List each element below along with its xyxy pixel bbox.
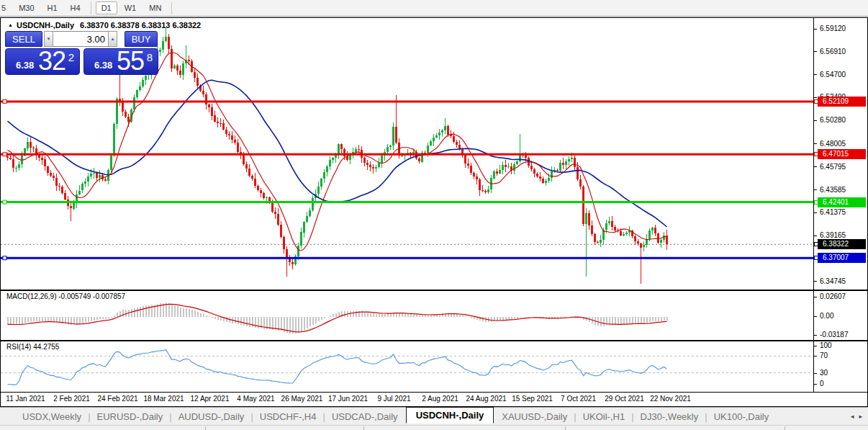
sell-price-pip: 2 bbox=[68, 51, 74, 63]
axis-tick-mark bbox=[814, 335, 817, 336]
volume-input[interactable] bbox=[53, 31, 108, 47]
timeframe-5[interactable]: 5 bbox=[0, 1, 12, 14]
price-tick: 6.56910 bbox=[820, 48, 846, 56]
rsi-canvas[interactable] bbox=[1, 341, 813, 392]
chevron-up-icon: ▴ bbox=[112, 36, 114, 42]
tab-scroll-left-icon[interactable]: ◂ bbox=[851, 413, 854, 420]
ma-fast-line[interactable] bbox=[8, 53, 667, 251]
toolbar-separator bbox=[91, 2, 91, 14]
line-handle-icon[interactable] bbox=[3, 99, 6, 103]
date-axis[interactable]: 11 Jan 20212 Feb 202124 Feb 202118 Mar 2… bbox=[1, 393, 867, 406]
timeframe-w1[interactable]: W1 bbox=[119, 1, 143, 14]
date-tick-label: 29 Oct 2021 bbox=[605, 395, 643, 403]
line-handle-icon[interactable] bbox=[814, 242, 818, 246]
date-tick-label: 12 Apr 2021 bbox=[191, 395, 230, 403]
line-handle-icon[interactable] bbox=[3, 200, 6, 204]
timeframe-h1[interactable]: H1 bbox=[42, 1, 63, 14]
symbol-tab-bar: USDX,Weekly|EURUSD-,Daily|AUDUSD-,Daily|… bbox=[0, 407, 868, 425]
volume-increase-button[interactable]: ▴ bbox=[108, 31, 117, 47]
macd-axis[interactable]: 0.026070.00-0.03187 bbox=[813, 291, 867, 340]
axis-tick-mark bbox=[814, 356, 817, 357]
tab-separator: | bbox=[323, 411, 325, 422]
date-tick-label: 26 May 2021 bbox=[281, 395, 323, 403]
buy-price-big: 55 bbox=[117, 46, 144, 76]
price-level-label: 6.52109 bbox=[818, 97, 866, 107]
timeframe-mn[interactable]: MN bbox=[143, 1, 167, 14]
line-handle-icon[interactable] bbox=[814, 99, 818, 104]
line-handle-icon[interactable] bbox=[3, 153, 6, 156]
tab-scroll-right-icon[interactable]: ▸ bbox=[859, 413, 862, 420]
tab-scroll-buttons: ◂▸ bbox=[846, 413, 862, 420]
tab-dj30-weekly[interactable]: DJ30-,Weekly bbox=[636, 410, 704, 424]
chevron-down-icon: ▾ bbox=[48, 36, 50, 42]
toolbar-separator bbox=[171, 2, 172, 14]
tab-audusd-daily[interactable]: AUDUSD-,Daily bbox=[173, 410, 250, 424]
date-tick-label: 18 Mar 2021 bbox=[143, 395, 184, 403]
sell-button[interactable]: SELL bbox=[5, 31, 42, 47]
chart-title: ▲USDCNH-,Daily6.38370 6.38378 6.38313 6.… bbox=[8, 21, 201, 30]
ohlc-values: 6.38370 6.38378 6.38313 6.38322 bbox=[80, 21, 201, 30]
timeframe-toolbar: 5M30H1H4D1W1MN bbox=[0, 0, 868, 17]
axis-tick-mark bbox=[814, 51, 817, 52]
axis-tick-mark bbox=[814, 74, 817, 75]
tab-eurusd-daily[interactable]: EURUSD-,Daily bbox=[92, 410, 168, 424]
tab-separator: | bbox=[250, 411, 253, 422]
macd-axis-value: 0.02607 bbox=[820, 292, 846, 301]
axis-tick-mark bbox=[814, 189, 817, 190]
price-tick: 6.50280 bbox=[820, 116, 846, 125]
tab-usdcnh-daily[interactable]: USDCNH-,Daily bbox=[406, 407, 494, 424]
main-chart-plot[interactable]: ▲USDCNH-,Daily6.38370 6.38378 6.38313 6.… bbox=[1, 18, 813, 290]
buy-button[interactable]: BUY bbox=[125, 31, 158, 47]
tab-usdchf-h4[interactable]: USDCHF-,H4 bbox=[255, 410, 322, 424]
price-level-label: 6.37007 bbox=[818, 253, 866, 263]
date-tick-label: 2 Aug 2021 bbox=[422, 395, 458, 403]
price-level-label: 6.42401 bbox=[818, 197, 866, 207]
macd-panel: MACD(12,26,9) -0.005749 -0.007857 0.0260… bbox=[1, 291, 867, 341]
status-strip bbox=[0, 425, 868, 430]
tab-usdcad-daily[interactable]: USDCAD-,Daily bbox=[327, 410, 403, 424]
date-tick-label: 24 Aug 2021 bbox=[466, 395, 506, 403]
timeframe-m30[interactable]: M30 bbox=[13, 1, 40, 14]
macd-plot[interactable]: MACD(12,26,9) -0.005749 -0.007857 bbox=[1, 291, 813, 340]
macd-axis-value: -0.03187 bbox=[820, 331, 848, 339]
buy-price-display[interactable]: 6.38 55 8 bbox=[83, 48, 158, 75]
date-tick-label: 7 Oct 2021 bbox=[561, 395, 596, 403]
axis-tick-mark bbox=[814, 236, 817, 236]
buy-price-prefix: 6.38 bbox=[94, 60, 112, 71]
line-handle-icon[interactable] bbox=[3, 256, 6, 260]
tab-ukoil-h1[interactable]: UKOil-,H1 bbox=[578, 410, 630, 424]
rsi-axis-value: 0 bbox=[820, 380, 824, 388]
macd-label: MACD(12,26,9) -0.005749 -0.007857 bbox=[6, 292, 125, 300]
chart-window: ▲USDCNH-,Daily6.38370 6.38378 6.38313 6.… bbox=[0, 17, 868, 407]
rsi-plot[interactable]: RSI(14) 44.2755 bbox=[1, 341, 813, 392]
line-handle-icon[interactable] bbox=[814, 200, 818, 205]
line-handle-icon[interactable] bbox=[814, 256, 818, 260]
price-tick: 6.48005 bbox=[820, 140, 846, 148]
rsi-axis[interactable]: 10070300 bbox=[813, 341, 867, 392]
date-tick-label: 4 May 2021 bbox=[237, 395, 274, 403]
date-tick-label: 22 Nov 2021 bbox=[650, 395, 691, 403]
price-tick: 6.34745 bbox=[820, 277, 846, 286]
price-level-label: 6.38322 bbox=[818, 239, 866, 249]
axis-tick-mark bbox=[814, 297, 817, 297]
axis-tick-mark bbox=[814, 346, 817, 346]
timeframe-h4[interactable]: H4 bbox=[65, 1, 86, 14]
buy-price-pip: 8 bbox=[147, 51, 153, 63]
tab-uk100-daily[interactable]: UK100-,Daily bbox=[709, 410, 774, 424]
macd-signal-line bbox=[8, 304, 667, 332]
axis-tick-mark bbox=[814, 166, 817, 167]
price-axis[interactable]: 6.591206.569106.547006.524906.502806.480… bbox=[813, 18, 867, 290]
tab-usdx-weekly[interactable]: USDX,Weekly bbox=[17, 410, 86, 424]
tab-xauusd-daily[interactable]: XAUUSD-,Daily bbox=[497, 410, 572, 424]
line-handle-icon[interactable] bbox=[814, 152, 818, 156]
rsi-axis-value: 100 bbox=[820, 341, 832, 350]
volume-decrease-button[interactable]: ▾ bbox=[44, 31, 53, 47]
rsi-axis-value: 30 bbox=[820, 369, 828, 377]
axis-tick-mark bbox=[814, 97, 817, 98]
collapse-arrow-icon[interactable]: ▲ bbox=[8, 22, 13, 27]
date-tick-label: 17 Jun 2021 bbox=[328, 395, 368, 403]
main-chart-panel: ▲USDCNH-,Daily6.38370 6.38378 6.38313 6.… bbox=[1, 18, 867, 291]
timeframe-d1[interactable]: D1 bbox=[96, 1, 117, 14]
price-tick: 6.43585 bbox=[820, 186, 846, 194]
sell-price-display[interactable]: 6.38 32 2 bbox=[5, 48, 80, 75]
